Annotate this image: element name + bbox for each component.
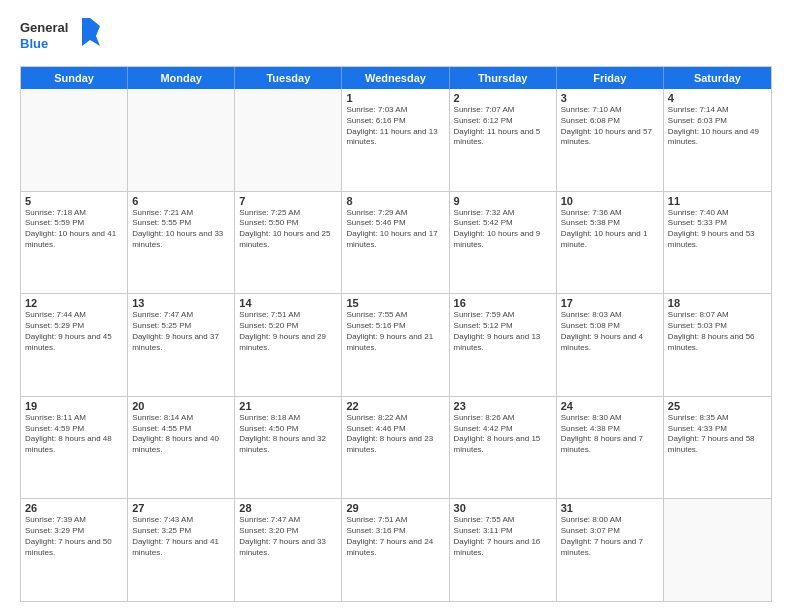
week-row-4: 19 Sunrise: 8:11 AMSunset: 4:59 PMDaylig…	[21, 397, 771, 500]
day-cell-4: 4 Sunrise: 7:14 AMSunset: 6:03 PMDayligh…	[664, 89, 771, 191]
day-cell-25: 25 Sunrise: 8:35 AMSunset: 4:33 PMDaylig…	[664, 397, 771, 499]
day-number: 2	[454, 92, 552, 104]
day-cell-19: 19 Sunrise: 8:11 AMSunset: 4:59 PMDaylig…	[21, 397, 128, 499]
day-header-saturday: Saturday	[664, 67, 771, 89]
cell-content: Sunrise: 7:47 AMSunset: 5:25 PMDaylight:…	[132, 310, 230, 353]
cell-content: Sunrise: 8:03 AMSunset: 5:08 PMDaylight:…	[561, 310, 659, 353]
cell-content: Sunrise: 7:47 AMSunset: 3:20 PMDaylight:…	[239, 515, 337, 558]
logo-svg: General Blue	[20, 16, 100, 58]
day-number: 21	[239, 400, 337, 412]
day-cell-18: 18 Sunrise: 8:07 AMSunset: 5:03 PMDaylig…	[664, 294, 771, 396]
cell-content: Sunrise: 7:44 AMSunset: 5:29 PMDaylight:…	[25, 310, 123, 353]
cell-content: Sunrise: 7:25 AMSunset: 5:50 PMDaylight:…	[239, 208, 337, 251]
cell-content: Sunrise: 7:36 AMSunset: 5:38 PMDaylight:…	[561, 208, 659, 251]
day-number: 22	[346, 400, 444, 412]
day-cell-1: 1 Sunrise: 7:03 AMSunset: 6:16 PMDayligh…	[342, 89, 449, 191]
day-cell-22: 22 Sunrise: 8:22 AMSunset: 4:46 PMDaylig…	[342, 397, 449, 499]
week-row-3: 12 Sunrise: 7:44 AMSunset: 5:29 PMDaylig…	[21, 294, 771, 397]
day-cell-24: 24 Sunrise: 8:30 AMSunset: 4:38 PMDaylig…	[557, 397, 664, 499]
cell-content: Sunrise: 7:55 AMSunset: 5:16 PMDaylight:…	[346, 310, 444, 353]
day-cell-26: 26 Sunrise: 7:39 AMSunset: 3:29 PMDaylig…	[21, 499, 128, 601]
day-number: 23	[454, 400, 552, 412]
day-number: 29	[346, 502, 444, 514]
day-cell-12: 12 Sunrise: 7:44 AMSunset: 5:29 PMDaylig…	[21, 294, 128, 396]
day-cell-30: 30 Sunrise: 7:55 AMSunset: 3:11 PMDaylig…	[450, 499, 557, 601]
day-number: 25	[668, 400, 767, 412]
day-number: 9	[454, 195, 552, 207]
cell-content: Sunrise: 7:40 AMSunset: 5:33 PMDaylight:…	[668, 208, 767, 251]
day-cell-6: 6 Sunrise: 7:21 AMSunset: 5:55 PMDayligh…	[128, 192, 235, 294]
day-number: 24	[561, 400, 659, 412]
day-cell-20: 20 Sunrise: 8:14 AMSunset: 4:55 PMDaylig…	[128, 397, 235, 499]
svg-marker-2	[82, 18, 100, 46]
day-number: 27	[132, 502, 230, 514]
day-number: 17	[561, 297, 659, 309]
cell-content: Sunrise: 7:55 AMSunset: 3:11 PMDaylight:…	[454, 515, 552, 558]
calendar-header: SundayMondayTuesdayWednesdayThursdayFrid…	[21, 67, 771, 89]
cell-content: Sunrise: 8:22 AMSunset: 4:46 PMDaylight:…	[346, 413, 444, 456]
cell-content: Sunrise: 7:03 AMSunset: 6:16 PMDaylight:…	[346, 105, 444, 148]
calendar: SundayMondayTuesdayWednesdayThursdayFrid…	[20, 66, 772, 602]
day-cell-5: 5 Sunrise: 7:18 AMSunset: 5:59 PMDayligh…	[21, 192, 128, 294]
cell-content: Sunrise: 8:11 AMSunset: 4:59 PMDaylight:…	[25, 413, 123, 456]
day-cell-16: 16 Sunrise: 7:59 AMSunset: 5:12 PMDaylig…	[450, 294, 557, 396]
day-cell-15: 15 Sunrise: 7:55 AMSunset: 5:16 PMDaylig…	[342, 294, 449, 396]
day-cell-9: 9 Sunrise: 7:32 AMSunset: 5:42 PMDayligh…	[450, 192, 557, 294]
cell-content: Sunrise: 8:14 AMSunset: 4:55 PMDaylight:…	[132, 413, 230, 456]
day-cell-10: 10 Sunrise: 7:36 AMSunset: 5:38 PMDaylig…	[557, 192, 664, 294]
day-number: 18	[668, 297, 767, 309]
day-number: 5	[25, 195, 123, 207]
day-number: 3	[561, 92, 659, 104]
day-number: 31	[561, 502, 659, 514]
cell-content: Sunrise: 7:51 AMSunset: 3:16 PMDaylight:…	[346, 515, 444, 558]
cell-content: Sunrise: 8:07 AMSunset: 5:03 PMDaylight:…	[668, 310, 767, 353]
day-number: 12	[25, 297, 123, 309]
cell-content: Sunrise: 7:51 AMSunset: 5:20 PMDaylight:…	[239, 310, 337, 353]
cell-content: Sunrise: 7:21 AMSunset: 5:55 PMDaylight:…	[132, 208, 230, 251]
cell-content: Sunrise: 8:35 AMSunset: 4:33 PMDaylight:…	[668, 413, 767, 456]
week-row-2: 5 Sunrise: 7:18 AMSunset: 5:59 PMDayligh…	[21, 192, 771, 295]
day-number: 30	[454, 502, 552, 514]
svg-text:Blue: Blue	[20, 36, 48, 51]
calendar-body: 1 Sunrise: 7:03 AMSunset: 6:16 PMDayligh…	[21, 89, 771, 601]
day-header-wednesday: Wednesday	[342, 67, 449, 89]
day-cell-14: 14 Sunrise: 7:51 AMSunset: 5:20 PMDaylig…	[235, 294, 342, 396]
logo: General Blue	[20, 16, 100, 58]
day-number: 15	[346, 297, 444, 309]
day-number: 4	[668, 92, 767, 104]
day-number: 19	[25, 400, 123, 412]
day-cell-21: 21 Sunrise: 8:18 AMSunset: 4:50 PMDaylig…	[235, 397, 342, 499]
cell-content: Sunrise: 7:29 AMSunset: 5:46 PMDaylight:…	[346, 208, 444, 251]
day-cell-13: 13 Sunrise: 7:47 AMSunset: 5:25 PMDaylig…	[128, 294, 235, 396]
day-cell-3: 3 Sunrise: 7:10 AMSunset: 6:08 PMDayligh…	[557, 89, 664, 191]
day-header-tuesday: Tuesday	[235, 67, 342, 89]
day-header-friday: Friday	[557, 67, 664, 89]
day-header-sunday: Sunday	[21, 67, 128, 89]
day-number: 11	[668, 195, 767, 207]
day-cell-7: 7 Sunrise: 7:25 AMSunset: 5:50 PMDayligh…	[235, 192, 342, 294]
day-number: 1	[346, 92, 444, 104]
day-number: 16	[454, 297, 552, 309]
cell-content: Sunrise: 8:18 AMSunset: 4:50 PMDaylight:…	[239, 413, 337, 456]
day-cell-11: 11 Sunrise: 7:40 AMSunset: 5:33 PMDaylig…	[664, 192, 771, 294]
cell-content: Sunrise: 7:14 AMSunset: 6:03 PMDaylight:…	[668, 105, 767, 148]
day-number: 20	[132, 400, 230, 412]
svg-text:General: General	[20, 20, 68, 35]
day-number: 6	[132, 195, 230, 207]
week-row-5: 26 Sunrise: 7:39 AMSunset: 3:29 PMDaylig…	[21, 499, 771, 601]
day-header-thursday: Thursday	[450, 67, 557, 89]
day-cell-28: 28 Sunrise: 7:47 AMSunset: 3:20 PMDaylig…	[235, 499, 342, 601]
day-number: 10	[561, 195, 659, 207]
day-number: 28	[239, 502, 337, 514]
cell-content: Sunrise: 8:26 AMSunset: 4:42 PMDaylight:…	[454, 413, 552, 456]
day-cell-2: 2 Sunrise: 7:07 AMSunset: 6:12 PMDayligh…	[450, 89, 557, 191]
day-number: 14	[239, 297, 337, 309]
cell-content: Sunrise: 7:59 AMSunset: 5:12 PMDaylight:…	[454, 310, 552, 353]
cell-content: Sunrise: 7:18 AMSunset: 5:59 PMDaylight:…	[25, 208, 123, 251]
day-number: 13	[132, 297, 230, 309]
cell-content: Sunrise: 7:32 AMSunset: 5:42 PMDaylight:…	[454, 208, 552, 251]
day-cell-31: 31 Sunrise: 8:00 AMSunset: 3:07 PMDaylig…	[557, 499, 664, 601]
day-cell-17: 17 Sunrise: 8:03 AMSunset: 5:08 PMDaylig…	[557, 294, 664, 396]
page: General Blue SundayMondayTuesdayWednesda…	[0, 0, 792, 612]
header: General Blue	[20, 16, 772, 58]
